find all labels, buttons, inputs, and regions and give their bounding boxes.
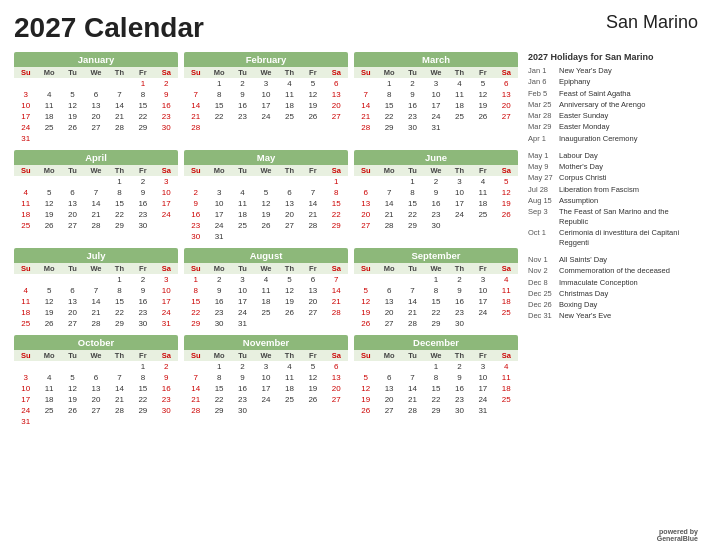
cal-cell: 11 xyxy=(448,89,471,100)
cal-cell: 29 xyxy=(131,122,154,133)
cal-cell: 9 xyxy=(155,89,178,100)
cal-cell: 1 xyxy=(184,274,207,285)
cal-grid: SuMoTuWeThFrSa12345678910111213141516171… xyxy=(14,350,178,427)
cal-cell: 1 xyxy=(131,361,154,372)
day-header: Su xyxy=(14,67,37,78)
cal-cell: 7 xyxy=(301,187,324,198)
cal-cell: 25 xyxy=(37,122,60,133)
cal-cell: 25 xyxy=(254,307,277,318)
cal-cell xyxy=(278,176,301,187)
cal-cell: 3 xyxy=(14,89,37,100)
cal-cell: 27 xyxy=(61,220,84,231)
cal-cell: 14 xyxy=(184,383,207,394)
cal-cell: 23 xyxy=(424,209,447,220)
cal-cell xyxy=(354,176,377,187)
cal-cell: 25 xyxy=(278,111,301,122)
cal-cell xyxy=(278,405,301,416)
cal-cell: 30 xyxy=(401,122,424,133)
holiday-item: Sep 3The Feast of San Marino and the Rep… xyxy=(528,207,698,227)
cal-cell xyxy=(254,405,277,416)
cal-cell: 16 xyxy=(155,383,178,394)
holiday-item: May 1Labour Day xyxy=(528,151,698,161)
cal-cell: 3 xyxy=(155,274,178,285)
day-header: Mo xyxy=(37,67,60,78)
day-header: Tu xyxy=(231,263,254,274)
holiday-name: Epiphany xyxy=(559,77,590,87)
cal-cell: 19 xyxy=(254,209,277,220)
cal-cell: 1 xyxy=(108,176,131,187)
cal-cell: 18 xyxy=(471,198,494,209)
cal-cell: 18 xyxy=(278,100,301,111)
cal-cell: 16 xyxy=(401,100,424,111)
cal-cell: 15 xyxy=(325,198,348,209)
cal-cell: 28 xyxy=(84,220,107,231)
cal-cell: 12 xyxy=(61,100,84,111)
cal-cell: 22 xyxy=(131,111,154,122)
holiday-name: Easter Sunday xyxy=(559,111,608,121)
month-calendar: JanuarySuMoTuWeThFrSa1234567891011121314… xyxy=(14,52,178,144)
day-header: Fr xyxy=(471,165,494,176)
holiday-name: All Saints' Day xyxy=(559,255,607,265)
day-header: Mo xyxy=(37,263,60,274)
month-calendar: NovemberSuMoTuWeThFrSa123456789101112131… xyxy=(184,335,348,427)
cal-cell: 24 xyxy=(231,307,254,318)
cal-cell: 5 xyxy=(354,372,377,383)
cal-cell: 6 xyxy=(377,372,400,383)
cal-cell: 1 xyxy=(325,176,348,187)
cal-cell: 21 xyxy=(325,296,348,307)
cal-cell: 2 xyxy=(231,361,254,372)
cal-cell: 18 xyxy=(495,296,518,307)
cal-cell: 24 xyxy=(14,122,37,133)
cal-cell: 13 xyxy=(354,198,377,209)
cal-cell: 28 xyxy=(401,318,424,329)
cal-cell xyxy=(155,133,178,144)
holiday-name: Christmas Day xyxy=(559,289,608,299)
cal-grid: SuMoTuWeThFrSa12345678910111213141516171… xyxy=(14,165,178,231)
cal-cell: 14 xyxy=(84,198,107,209)
day-header: Mo xyxy=(37,165,60,176)
cal-cell: 22 xyxy=(325,209,348,220)
cal-grid: SuMoTuWeThFrSa12345678910111213141516171… xyxy=(354,67,518,133)
day-header: Tu xyxy=(61,350,84,361)
day-header: Mo xyxy=(207,165,230,176)
holiday-date: Dec 8 xyxy=(528,278,556,288)
cal-cell: 15 xyxy=(184,296,207,307)
day-header: We xyxy=(84,263,107,274)
holiday-item: Aug 15Assumption xyxy=(528,196,698,206)
cal-cell: 28 xyxy=(377,220,400,231)
cal-cell: 8 xyxy=(108,187,131,198)
cal-cell: 6 xyxy=(495,78,518,89)
cal-cell xyxy=(471,416,494,418)
cal-cell: 3 xyxy=(424,78,447,89)
cal-cell: 2 xyxy=(131,274,154,285)
cal-cell: 11 xyxy=(471,187,494,198)
cal-cell: 12 xyxy=(354,296,377,307)
holiday-item: May 27Corpus Christi xyxy=(528,173,698,183)
cal-cell: 24 xyxy=(254,394,277,405)
day-header: Mo xyxy=(37,350,60,361)
day-header: Th xyxy=(108,263,131,274)
cal-cell: 21 xyxy=(301,209,324,220)
day-header: Sa xyxy=(495,67,518,78)
cal-cell: 12 xyxy=(37,198,60,209)
cal-cell: 13 xyxy=(84,100,107,111)
cal-cell: 27 xyxy=(325,394,348,405)
cal-cell xyxy=(61,133,84,144)
month-name: January xyxy=(14,52,178,67)
cal-cell: 14 xyxy=(108,100,131,111)
cal-cell: 5 xyxy=(254,187,277,198)
day-header: Tu xyxy=(401,165,424,176)
cal-cell: 21 xyxy=(108,394,131,405)
cal-cell: 4 xyxy=(254,274,277,285)
cal-cell: 28 xyxy=(401,405,424,416)
cal-cell xyxy=(495,405,518,416)
cal-cell xyxy=(61,176,84,187)
day-header: We xyxy=(84,67,107,78)
cal-cell: 23 xyxy=(448,394,471,405)
cal-cell: 9 xyxy=(131,187,154,198)
holiday-name: Liberation from Fascism xyxy=(559,185,639,195)
cal-grid: SuMoTuWeThFrSa12345678910111213141516171… xyxy=(354,350,518,418)
cal-cell: 16 xyxy=(231,100,254,111)
day-header: Mo xyxy=(377,350,400,361)
cal-cell xyxy=(108,78,131,89)
